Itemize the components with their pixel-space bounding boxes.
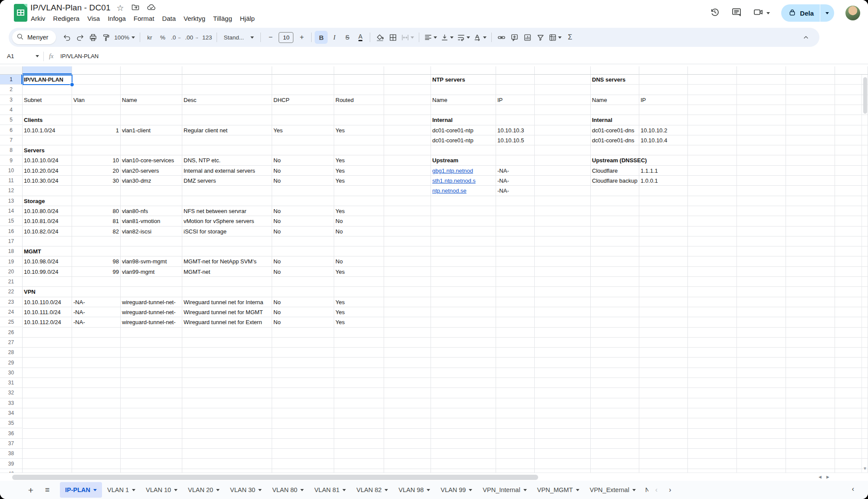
column-header-E[interactable] bbox=[272, 66, 334, 75]
cell-A8[interactable]: Servers bbox=[23, 145, 46, 155]
row-header-11[interactable]: 11 bbox=[0, 176, 23, 186]
cell-I10[interactable]: -NA- bbox=[496, 166, 510, 176]
merge-cells-button[interactable] bbox=[399, 31, 416, 44]
decrease-font-size-button[interactable]: − bbox=[264, 31, 277, 44]
vertical-scroll-down-icon[interactable]: ▼ bbox=[863, 466, 867, 471]
cell-B19[interactable]: 98 bbox=[72, 256, 120, 266]
cell-D15[interactable]: vMotion for vSphere servers bbox=[182, 216, 256, 226]
sheet-tab-caret-icon[interactable] bbox=[523, 489, 527, 491]
row-header-19[interactable]: 19 bbox=[0, 256, 23, 266]
formula-input[interactable]: IP/VLAN-PLAN bbox=[60, 53, 99, 59]
sheet-tab-vpn_internal[interactable]: VPN_Internal bbox=[477, 482, 532, 498]
sheet-tab-vlan-30[interactable]: VLAN 30 bbox=[225, 482, 267, 498]
share-button[interactable]: Dela bbox=[781, 4, 834, 22]
sheet-tab-vpn_external[interactable]: VPN_External bbox=[585, 482, 641, 498]
cell-L11[interactable]: 1.0.0.1 bbox=[639, 176, 659, 186]
column-header-D[interactable] bbox=[182, 66, 272, 75]
row-header-15[interactable]: 15 bbox=[0, 216, 23, 226]
all-sheets-button[interactable]: ≡ bbox=[41, 483, 54, 496]
row-header-36[interactable]: 36 bbox=[0, 429, 23, 439]
row-header-40[interactable]: 40 bbox=[0, 469, 23, 473]
sheet-tab-vlan-10[interactable]: VLAN 10 bbox=[141, 482, 183, 498]
cell-H12[interactable]: ntp.netnod.se bbox=[431, 186, 468, 196]
cell-B20[interactable]: 99 bbox=[72, 267, 120, 277]
cell-C16[interactable]: vlan82-iscsi bbox=[121, 227, 153, 236]
cell-F10[interactable]: Yes bbox=[334, 166, 346, 176]
cell-K3[interactable]: Name bbox=[591, 95, 608, 105]
sheet-tab-caret-icon[interactable] bbox=[216, 489, 220, 491]
sheet-tab-caret-icon[interactable] bbox=[427, 489, 430, 491]
cell-D6[interactable]: Regular client net bbox=[182, 125, 229, 135]
cell-A14[interactable]: 10.10.80.0/24 bbox=[23, 206, 60, 216]
row-header-32[interactable]: 32 bbox=[0, 388, 23, 398]
column-header-O[interactable] bbox=[786, 66, 835, 75]
cell-C25[interactable]: wireguard-tunnel-net- bbox=[121, 317, 182, 327]
cell-L7[interactable]: 10.10.10.4 bbox=[639, 135, 668, 145]
insert-comment-button[interactable] bbox=[508, 31, 521, 44]
sheet-tab-caret-icon[interactable] bbox=[342, 489, 346, 491]
cell-F16[interactable]: No bbox=[334, 227, 344, 236]
cell-C6[interactable]: vlan1-client bbox=[121, 125, 152, 135]
column-header-A[interactable] bbox=[23, 66, 72, 75]
sheets-app-icon[interactable] bbox=[14, 4, 27, 22]
row-header-30[interactable]: 30 bbox=[0, 368, 23, 378]
menu-visa[interactable]: Visa bbox=[83, 13, 104, 24]
cell-D23[interactable]: Wireguard tunnel net for Interna bbox=[182, 297, 272, 307]
format-currency-button[interactable]: kr bbox=[143, 31, 156, 44]
cell-K5[interactable]: Internal bbox=[591, 115, 614, 125]
sheet-tab-vlan-20[interactable]: VLAN 20 bbox=[183, 482, 225, 498]
cell-B25[interactable]: -NA- bbox=[72, 317, 86, 327]
functions-button[interactable]: Σ bbox=[563, 31, 576, 44]
cell-A9[interactable]: 10.10.10.0/24 bbox=[23, 155, 60, 165]
cell-A13[interactable]: Storage bbox=[23, 196, 46, 206]
cell-K9[interactable]: Upstream (DNSSEC) bbox=[591, 155, 648, 165]
sheet-tab-caret-icon[interactable] bbox=[385, 489, 388, 491]
menu-arkiv[interactable]: Arkiv bbox=[27, 13, 49, 24]
row-header-4[interactable]: 4 bbox=[0, 105, 23, 115]
horizontal-scrollbar-thumb[interactable] bbox=[12, 475, 538, 480]
move-to-folder-icon[interactable] bbox=[131, 3, 140, 13]
cell-I12[interactable]: -NA- bbox=[496, 186, 510, 196]
cloud-saved-icon[interactable] bbox=[147, 3, 156, 13]
cell-C15[interactable]: vlan81-vmotion bbox=[121, 216, 161, 226]
cell-D11[interactable]: DMZ servers bbox=[182, 176, 217, 186]
cell-F11[interactable]: Yes bbox=[334, 176, 346, 186]
font-family-dropdown[interactable]: Stand... bbox=[220, 31, 257, 44]
row-header-5[interactable]: 5 bbox=[0, 115, 23, 125]
cell-F20[interactable]: Yes bbox=[334, 267, 346, 277]
cell-B14[interactable]: 80 bbox=[72, 206, 120, 216]
cell-E19[interactable]: No bbox=[272, 256, 282, 266]
cell-A25[interactable]: 10.10.112.0/24 bbox=[23, 317, 62, 327]
row-header-6[interactable]: 6 bbox=[0, 125, 23, 135]
sheet-tab-caret-icon[interactable] bbox=[469, 489, 472, 491]
cell-A18[interactable]: MGMT bbox=[23, 246, 43, 256]
cell-B10[interactable]: 20 bbox=[72, 166, 120, 176]
cell-B24[interactable]: -NA- bbox=[72, 307, 86, 317]
cell-C3[interactable]: Name bbox=[121, 95, 138, 105]
cell-F9[interactable]: Yes bbox=[334, 155, 346, 165]
document-title[interactable]: IP/VLAN-Plan - DC01 bbox=[30, 3, 111, 13]
cell-A5[interactable]: Clients bbox=[23, 115, 44, 125]
add-sheet-button[interactable]: + bbox=[24, 483, 37, 496]
cell-L3[interactable]: IP bbox=[639, 95, 647, 105]
row-header-1[interactable]: 1 bbox=[0, 75, 23, 85]
sheet-tab-caret-icon[interactable] bbox=[174, 489, 178, 491]
cell-H6[interactable]: dc01-core01-ntp bbox=[431, 125, 496, 135]
strikethrough-button[interactable]: S bbox=[341, 31, 354, 44]
cell-E23[interactable]: No bbox=[272, 297, 282, 307]
bold-button[interactable]: B bbox=[315, 31, 328, 44]
menu-infoga[interactable]: Infoga bbox=[104, 13, 130, 24]
text-wrap-button[interactable] bbox=[455, 31, 472, 44]
cell-D20[interactable]: MGMT-net bbox=[182, 267, 211, 277]
cell-I6[interactable]: 10.10.10.3 bbox=[496, 125, 525, 135]
column-header-B[interactable] bbox=[72, 66, 121, 75]
sheet-tab-ip-plan[interactable]: IP-PLAN bbox=[60, 482, 102, 498]
column-header-G[interactable] bbox=[384, 66, 431, 75]
row-header-39[interactable]: 39 bbox=[0, 459, 23, 469]
sheet-tab-vlan-98[interactable]: VLAN 98 bbox=[393, 482, 435, 498]
menu-hjälp[interactable]: Hjälp bbox=[236, 13, 259, 24]
row-header-37[interactable]: 37 bbox=[0, 439, 23, 449]
borders-button[interactable] bbox=[386, 31, 399, 44]
sheet-tab-vlan-80[interactable]: VLAN 80 bbox=[267, 482, 309, 498]
menu-format[interactable]: Format bbox=[130, 13, 158, 24]
